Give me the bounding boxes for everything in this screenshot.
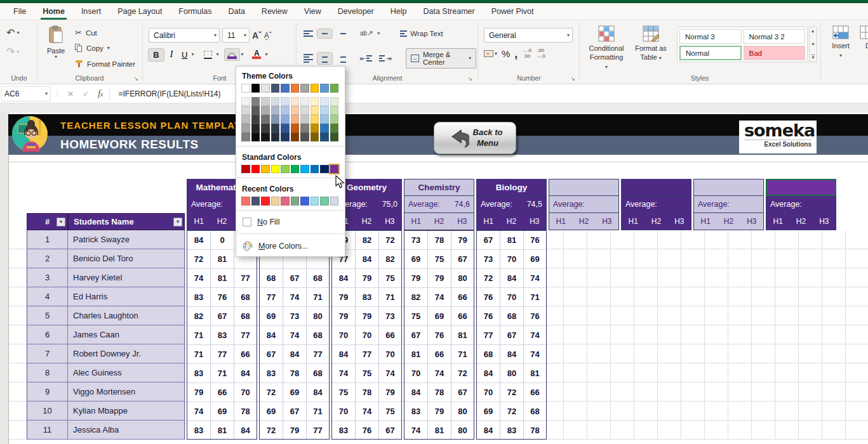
score-cell[interactable]: 78 xyxy=(234,402,257,421)
color-swatch[interactable] xyxy=(241,133,250,141)
score-cell[interactable]: 69 xyxy=(260,402,283,421)
fill-color-button[interactable] xyxy=(225,49,239,60)
score-cell[interactable]: 69 xyxy=(524,250,546,269)
increase-font-icon[interactable]: Aˇ xyxy=(252,30,262,41)
score-cell[interactable]: 76 xyxy=(477,288,500,307)
score-cell[interactable]: 71 xyxy=(187,326,211,345)
score-cell[interactable]: 74 xyxy=(379,364,401,383)
font-color-button[interactable]: A xyxy=(250,49,264,60)
color-swatch[interactable] xyxy=(300,97,309,106)
bold-button[interactable]: B xyxy=(149,49,164,61)
score-cell[interactable]: 74 xyxy=(187,402,211,421)
score-cell[interactable]: 74 xyxy=(332,364,356,383)
tab-power-pivot[interactable]: Power Pivot xyxy=(483,3,542,20)
color-swatch[interactable] xyxy=(310,84,319,93)
color-swatch[interactable] xyxy=(320,97,329,106)
more-colors-option[interactable]: More Colors... xyxy=(236,238,345,254)
score-cell[interactable]: 67 xyxy=(211,307,234,326)
color-swatch[interactable] xyxy=(330,106,339,115)
score-cell[interactable]: 70 xyxy=(332,326,356,345)
underline-caret[interactable]: ▾ xyxy=(191,52,194,57)
color-swatch[interactable] xyxy=(320,115,329,124)
color-swatch[interactable] xyxy=(271,133,280,141)
format-as-table-button[interactable]: Format as Table ▾ xyxy=(631,25,671,62)
score-cell[interactable]: 71 xyxy=(307,288,329,307)
style-normal[interactable]: Normal xyxy=(679,46,742,60)
insert-cells-button[interactable]: Insert▾ xyxy=(828,25,853,60)
score-cell[interactable]: 74 xyxy=(283,326,307,345)
score-cell[interactable]: 84 xyxy=(477,421,500,439)
confirm-entry-icon[interactable]: ✓ xyxy=(78,89,93,98)
score-cell[interactable]: 68 xyxy=(524,402,546,421)
score-cell[interactable]: 82 xyxy=(404,288,428,307)
color-swatch[interactable] xyxy=(261,106,270,115)
color-swatch[interactable] xyxy=(320,165,329,174)
color-swatch[interactable] xyxy=(320,197,329,206)
paste-button[interactable]: Paste ▾ xyxy=(42,25,70,60)
score-cell[interactable]: 72 xyxy=(187,250,211,269)
score-cell[interactable]: 77 xyxy=(234,269,257,288)
score-cell[interactable]: 77 xyxy=(477,326,500,345)
color-swatch[interactable] xyxy=(241,106,250,115)
score-cell[interactable]: 77 xyxy=(211,345,234,364)
color-swatch[interactable] xyxy=(281,84,290,93)
student-name-cell[interactable]: Viggo Mortensen xyxy=(68,382,185,402)
score-cell[interactable]: 74 xyxy=(524,326,546,345)
score-cell[interactable]: 66 xyxy=(524,383,546,402)
color-swatch[interactable] xyxy=(300,197,309,206)
tab-home[interactable]: Home xyxy=(34,3,73,20)
score-cell[interactable]: 79 xyxy=(404,269,428,288)
row-number-cell[interactable]: 4 xyxy=(27,287,68,306)
score-cell[interactable]: 77 xyxy=(307,345,329,364)
score-cell[interactable]: 84 xyxy=(404,383,428,402)
color-swatch[interactable] xyxy=(291,124,300,133)
color-swatch[interactable] xyxy=(251,84,260,93)
score-cell[interactable]: 74 xyxy=(428,288,451,307)
align-left-icon[interactable] xyxy=(301,53,316,64)
color-swatch[interactable] xyxy=(251,124,260,133)
color-swatch[interactable] xyxy=(271,115,280,124)
score-cell[interactable]: 75 xyxy=(379,269,401,288)
score-cell[interactable]: 69 xyxy=(283,383,307,402)
score-cell[interactable]: 75 xyxy=(332,383,356,402)
color-swatch[interactable] xyxy=(330,115,339,124)
score-cell[interactable]: 74 xyxy=(404,421,428,439)
color-swatch[interactable] xyxy=(261,124,270,133)
score-cell[interactable]: 84 xyxy=(500,345,524,364)
borders-caret[interactable]: ▾ xyxy=(216,52,218,57)
decrease-font-icon[interactable]: A̮ˇ xyxy=(264,31,272,40)
insert-function-icon[interactable]: fx xyxy=(93,89,107,99)
name-box[interactable]: AC6▾ xyxy=(1,86,51,101)
student-name-cell[interactable]: Jessica Alba xyxy=(68,421,185,440)
score-cell[interactable]: 74 xyxy=(524,269,546,288)
score-cell[interactable]: 84 xyxy=(234,364,257,383)
score-cell[interactable]: 71 xyxy=(524,288,546,307)
color-swatch[interactable] xyxy=(261,133,270,141)
student-name-cell[interactable]: Alec Guiness xyxy=(68,363,185,382)
score-cell[interactable]: 72 xyxy=(500,402,524,421)
color-swatch[interactable] xyxy=(291,97,300,106)
score-cell[interactable]: 75 xyxy=(379,402,401,421)
color-swatch[interactable] xyxy=(281,97,290,106)
style-bad[interactable]: Bad xyxy=(744,46,806,60)
score-cell[interactable]: 80 xyxy=(451,269,474,288)
score-cell[interactable]: 74 xyxy=(283,288,307,307)
score-cell[interactable]: 70 xyxy=(332,402,356,421)
color-swatch[interactable] xyxy=(261,197,270,206)
color-swatch[interactable] xyxy=(310,115,319,124)
middle-align-icon[interactable] xyxy=(317,29,332,38)
score-cell[interactable]: 70 xyxy=(500,250,524,269)
score-cell[interactable]: 69 xyxy=(260,307,283,326)
score-cell[interactable]: 79 xyxy=(451,231,474,250)
score-cell[interactable]: 68 xyxy=(307,269,329,288)
score-cell[interactable]: 73 xyxy=(283,307,307,326)
score-cell[interactable]: 70 xyxy=(234,383,257,402)
score-cell[interactable]: 78 xyxy=(356,383,379,402)
color-swatch[interactable] xyxy=(241,124,250,133)
score-cell[interactable]: 67 xyxy=(404,326,428,345)
score-cell[interactable]: 76 xyxy=(428,326,451,345)
score-cell[interactable]: 83 xyxy=(187,288,211,307)
score-cell[interactable]: 79 xyxy=(187,383,211,402)
number-format-combobox[interactable]: General▾ xyxy=(484,28,573,42)
score-cell[interactable]: 81 xyxy=(524,364,546,383)
